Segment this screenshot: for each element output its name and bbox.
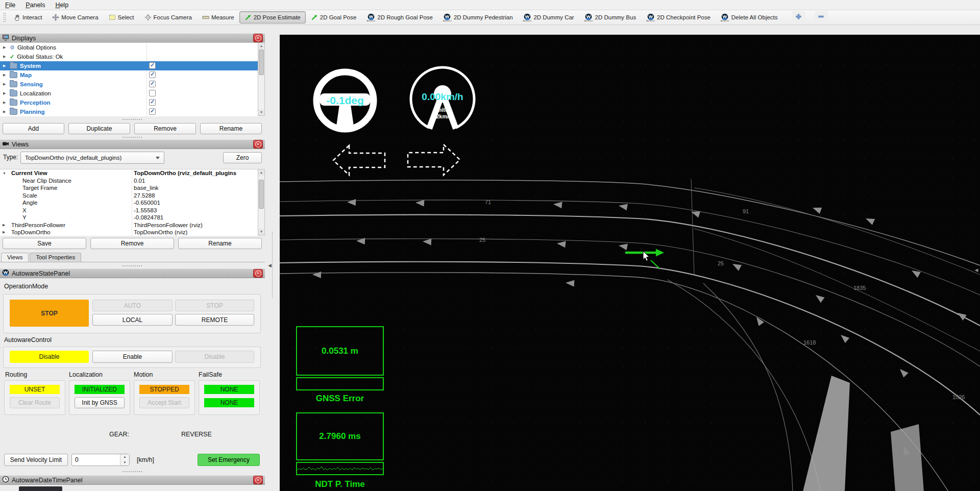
tool-2d-goal-pose[interactable]: 2D Goal Pose — [306, 11, 362, 23]
menu-help[interactable]: Help — [55, 2, 68, 9]
close-icon[interactable]: ✕ — [253, 269, 263, 278]
velocity-limit-stepper[interactable]: ▲▼ — [71, 454, 130, 466]
menu-panels[interactable]: Panels — [26, 2, 45, 9]
tool-select[interactable]: Select — [104, 11, 139, 23]
tool-2d-pose-estimate[interactable]: 2D Pose Estimate — [239, 11, 306, 23]
collapse-right-icon[interactable]: ◀ — [973, 264, 979, 276]
visibility-checkbox[interactable] — [149, 99, 156, 106]
visibility-checkbox[interactable] — [149, 71, 156, 78]
local-mode-button[interactable]: LOCAL — [92, 314, 173, 326]
expander-icon[interactable]: ▶ — [3, 91, 7, 95]
autoware-state-panel-header[interactable]: AutowareStatePanel ✕ — [0, 268, 265, 278]
tool-interact[interactable]: Interact — [8, 11, 47, 23]
property-row[interactable]: ▼ Current View TopDownOrtho (rviz_defaul… — [0, 169, 258, 177]
control-disable-button-secondary[interactable]: Disable — [175, 351, 254, 363]
tool-delete-all-objects[interactable]: Autoware Delete All Objects — [716, 11, 783, 23]
property-row[interactable]: ▶ ThirdPersonFollower ThirdPersonFollowe… — [0, 222, 258, 229]
tool-2d-dummy-bus[interactable]: Autoware 2D Dummy Bus — [579, 11, 641, 23]
save-button[interactable]: Save — [3, 238, 86, 249]
rename-button[interactable]: Rename — [200, 123, 262, 134]
rename-view-button[interactable]: Rename — [178, 238, 262, 249]
visibility-checkbox[interactable] — [149, 108, 156, 115]
step-up-icon[interactable]: ▲ — [120, 454, 129, 460]
add-tool-button[interactable] — [792, 11, 805, 23]
splitter-handle[interactable] — [122, 265, 142, 266]
tool-move-camera[interactable]: Move Camera — [47, 11, 103, 23]
tool-2d-dummy-pedestrian[interactable]: Autoware 2D Dummy Pedestrian — [438, 11, 518, 23]
toolbar-grip[interactable] — [3, 12, 6, 22]
init-by-gnss-button[interactable]: Init by GNSS — [75, 397, 125, 408]
expander-icon[interactable]: ▶ — [3, 223, 5, 227]
splitter-handle[interactable] — [122, 471, 142, 472]
clear-route-button[interactable]: Clear Route — [10, 397, 60, 408]
send-velocity-limit-button[interactable]: Send Velocity Limit — [4, 454, 68, 466]
expander-icon[interactable]: ▶ — [3, 82, 7, 86]
remove-view-button[interactable]: Remove — [90, 238, 174, 249]
expander-icon[interactable]: ▶ — [3, 73, 7, 77]
views-scrollbar[interactable]: ▲ ▼ — [258, 169, 265, 235]
scroll-up-icon[interactable]: ▲ — [258, 43, 264, 49]
property-row[interactable]: Target Frame base_link — [0, 184, 258, 192]
display-row-global-status[interactable]: ▶ ✓ Global Status: Ok — [0, 52, 258, 61]
tab-tool-properties[interactable]: Tool Properties — [30, 253, 81, 262]
property-row[interactable]: Angle -0.650001 — [0, 199, 258, 207]
visibility-checkbox[interactable] — [149, 62, 156, 69]
property-row[interactable]: Y -0.0824781 — [0, 214, 258, 222]
zero-button[interactable]: Zero — [223, 152, 262, 163]
scroll-down-icon[interactable]: ▼ — [258, 229, 264, 235]
expander-icon[interactable]: ▶ — [3, 230, 5, 234]
displays-panel-header[interactable]: Displays ✕ — [0, 33, 265, 43]
close-icon[interactable]: ✕ — [253, 476, 263, 484]
splitter-handle[interactable] — [122, 137, 142, 138]
velocity-limit-input[interactable] — [72, 454, 120, 465]
tool-2d-rough-goal-pose[interactable]: Autoware 2D Rough Goal Pose — [361, 11, 438, 23]
visibility-checkbox[interactable] — [149, 90, 156, 96]
expander-icon[interactable]: ▶ — [3, 64, 7, 68]
tool-2d-checkpoint-pose[interactable]: Autoware 2D Checkpoint Pose — [641, 11, 716, 23]
autoware-datetime-panel-header[interactable]: AutowareDateTimePanel ✕ — [0, 475, 265, 485]
duplicate-button[interactable]: Duplicate — [68, 123, 130, 134]
stop-mode-button[interactable]: STOP — [10, 300, 89, 327]
views-panel-header[interactable]: Views ✕ — [0, 139, 265, 149]
menu-file[interactable]: File — [5, 2, 15, 9]
display-row-localization[interactable]: ▶ Localization — [0, 89, 258, 98]
visibility-checkbox[interactable] — [149, 81, 156, 87]
collapse-left-icon[interactable]: ◀ — [268, 263, 272, 268]
display-row-map[interactable]: ▶ Map — [0, 70, 258, 80]
scroll-up-icon[interactable]: ▲ — [258, 169, 264, 176]
3d-viewport[interactable]: 71 25 91 25 1835 1618 1026 — [280, 35, 980, 491]
scroll-down-icon[interactable]: ▼ — [258, 109, 264, 115]
accept-start-button[interactable]: Accept Start — [139, 397, 189, 408]
splitter-handle[interactable] — [122, 119, 142, 120]
stop-mode-button-secondary[interactable]: STOP — [175, 300, 254, 311]
expander-icon[interactable]: ▶ — [3, 101, 7, 105]
control-disable-button[interactable]: Disable — [10, 351, 89, 363]
add-button[interactable]: Add — [3, 123, 64, 134]
display-row-planning[interactable]: ▶ Planning — [0, 107, 258, 116]
property-row[interactable]: Near Clip Distance 0.01 — [0, 177, 258, 185]
step-down-icon[interactable]: ▼ — [120, 460, 129, 465]
auto-mode-button[interactable]: AUTO — [92, 300, 173, 311]
display-row-perception[interactable]: ▶ Perception — [0, 98, 258, 107]
expander-icon[interactable]: ▶ — [3, 45, 7, 50]
control-enable-button[interactable]: Enable — [92, 351, 173, 363]
view-type-dropdown[interactable]: TopDownOrtho (rviz_default_plugins) — [20, 152, 164, 164]
panel-splitter[interactable]: ◀ — [265, 25, 280, 491]
remove-tool-button[interactable] — [815, 11, 828, 23]
property-row[interactable]: ▶ TopDownOrtho TopDownOrtho (rviz) — [0, 229, 258, 236]
tab-views[interactable]: Views — [1, 253, 29, 262]
remove-button[interactable]: Remove — [134, 123, 196, 134]
expander-icon[interactable]: ▼ — [3, 171, 6, 175]
expander-icon[interactable]: ▶ — [3, 110, 7, 114]
property-row[interactable]: X -1.55583 — [0, 207, 258, 214]
tool-measure[interactable]: Measure — [197, 11, 239, 23]
remote-mode-button[interactable]: REMOTE — [175, 314, 254, 326]
displays-scrollbar[interactable]: ▲ ▼ — [258, 42, 265, 116]
display-row-system[interactable]: ▶ System — [0, 61, 258, 70]
tool-focus-camera[interactable]: Focus Camera — [139, 11, 197, 23]
display-row-global-options[interactable]: ▶ ⚙ Global Options — [0, 43, 258, 52]
display-row-sensing[interactable]: ▶ Sensing — [0, 80, 258, 89]
close-icon[interactable]: ✕ — [253, 34, 263, 42]
expander-icon[interactable]: ▶ — [3, 55, 7, 59]
stepper-arrows[interactable]: ▲▼ — [120, 454, 129, 465]
